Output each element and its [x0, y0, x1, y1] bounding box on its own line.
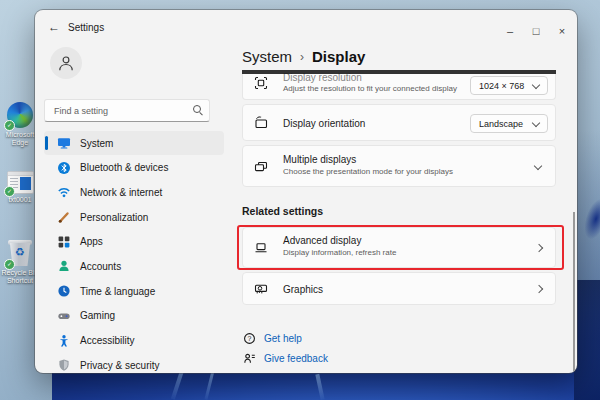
shield-icon — [57, 358, 71, 372]
accounts-person-icon — [57, 259, 71, 273]
clock-icon — [57, 284, 71, 298]
sidebar-item-bluetooth-devices[interactable]: Bluetooth & devices — [44, 156, 224, 180]
accessibility-person-icon — [57, 334, 71, 348]
display-resolution-icon — [254, 76, 268, 90]
get-help-link[interactable]: ? Get help — [243, 332, 302, 345]
sidebar-item-label: Bluetooth & devices — [80, 162, 168, 173]
sync-check-badge-icon: ✓ — [4, 120, 15, 131]
resolution-dropdown[interactable]: 1024 × 768 — [470, 76, 548, 95]
desktop: ✓ Microsoft Edge ✓ txt0001 ♻ ✓ Recycle B… — [0, 0, 600, 400]
sidebar-item-label: Network & internet — [80, 187, 162, 198]
sidebar-item-label: System — [80, 138, 113, 149]
row-subtitle: Display information, refresh rate — [283, 248, 396, 257]
system-icon — [57, 136, 71, 150]
sidebar-item-system[interactable]: System — [44, 131, 224, 155]
row-display-resolution[interactable]: Display resolution Adjust the resolution… — [242, 74, 556, 100]
wallpaper-shade — [574, 130, 600, 400]
user-avatar[interactable] — [50, 47, 82, 79]
give-feedback-link[interactable]: Give feedback — [243, 352, 328, 365]
graphics-icon — [254, 282, 268, 296]
row-title: Advanced display — [283, 235, 361, 246]
sidebar-item-label: Time & language — [80, 286, 155, 297]
chevron-right-icon — [535, 285, 543, 293]
display-orientation-icon — [254, 116, 268, 130]
give-feedback-label: Give feedback — [264, 353, 328, 364]
sidebar-item-privacy-security[interactable]: Privacy & security — [44, 353, 224, 373]
feedback-icon — [243, 352, 256, 365]
multiple-displays-icon — [254, 160, 268, 174]
maximize-button[interactable]: □ — [526, 24, 546, 40]
row-graphics[interactable]: Graphics — [242, 272, 556, 305]
dropdown-value: 1024 × 768 — [479, 81, 524, 91]
person-icon — [55, 52, 77, 74]
row-title: Graphics — [283, 284, 323, 295]
bluetooth-icon — [57, 161, 71, 175]
chevron-down-icon — [532, 119, 540, 127]
sidebar-nav: System Bluetooth & devices Network & int… — [44, 131, 224, 373]
back-button[interactable]: ← — [48, 20, 60, 34]
sidebar-item-personalization[interactable]: Personalization — [44, 205, 224, 229]
sidebar-item-accounts[interactable]: Accounts — [44, 254, 224, 278]
breadcrumb-separator-icon: › — [300, 50, 304, 64]
settings-window: ← Settings – □ × System — [35, 10, 577, 373]
get-help-label: Get help — [264, 333, 302, 344]
breadcrumb-system[interactable]: System — [242, 48, 292, 65]
row-title: Multiple displays — [283, 154, 356, 165]
svg-text:?: ? — [248, 335, 252, 342]
search-icon — [193, 105, 203, 115]
orientation-dropdown[interactable]: Landscape — [470, 114, 548, 133]
selected-accent-bar — [45, 136, 48, 150]
search-input[interactable] — [52, 101, 186, 120]
row-subtitle: Adjust the resolution to fit your connec… — [283, 84, 457, 93]
sidebar-item-apps[interactable]: Apps — [44, 230, 224, 254]
chevron-right-icon — [535, 244, 543, 252]
sidebar-item-label: Apps — [80, 236, 103, 247]
sidebar-item-label: Privacy & security — [80, 360, 159, 371]
help-icon: ? — [243, 332, 256, 345]
chevron-down-icon — [532, 81, 540, 89]
sync-check-badge-icon: ✓ — [4, 186, 15, 197]
sidebar-item-label: Gaming — [80, 310, 115, 321]
sidebar-item-gaming[interactable]: Gaming — [44, 304, 224, 328]
wifi-icon — [57, 185, 71, 199]
sidebar-item-label: Personalization — [80, 212, 148, 223]
search-box — [44, 99, 210, 122]
sync-check-badge-icon: ✓ — [4, 259, 15, 270]
row-title: Display resolution — [283, 72, 362, 83]
row-subtitle: Choose the presentation mode for your di… — [283, 167, 453, 176]
expand-chevron-icon — [534, 162, 542, 170]
page-title: Display — [312, 48, 365, 65]
row-advanced-display[interactable]: Advanced display Display information, re… — [242, 227, 556, 268]
game-controller-icon — [57, 309, 71, 323]
row-display-orientation[interactable]: Display orientation Landscape — [242, 104, 556, 141]
close-button[interactable]: × — [552, 24, 572, 40]
scrollbar-thumb[interactable] — [573, 212, 575, 372]
apps-icon — [57, 235, 71, 249]
sidebar-item-label: Accounts — [80, 261, 121, 272]
sidebar-item-network-internet[interactable]: Network & internet — [44, 180, 224, 204]
breadcrumb: System › Display — [242, 48, 365, 65]
row-multiple-displays[interactable]: Multiple displays Choose the presentatio… — [242, 145, 556, 187]
related-settings-header: Related settings — [242, 205, 323, 217]
row-title: Display orientation — [283, 118, 365, 129]
dropdown-value: Landscape — [479, 119, 523, 129]
advanced-display-icon — [254, 241, 268, 255]
sidebar-item-accessibility[interactable]: Accessibility — [44, 329, 224, 353]
sidebar-item-time-language[interactable]: Time & language — [44, 279, 224, 303]
window-title: Settings — [68, 22, 104, 33]
brush-icon — [57, 210, 71, 224]
minimize-button[interactable]: – — [500, 24, 520, 40]
sidebar-item-label: Accessibility — [80, 335, 134, 346]
